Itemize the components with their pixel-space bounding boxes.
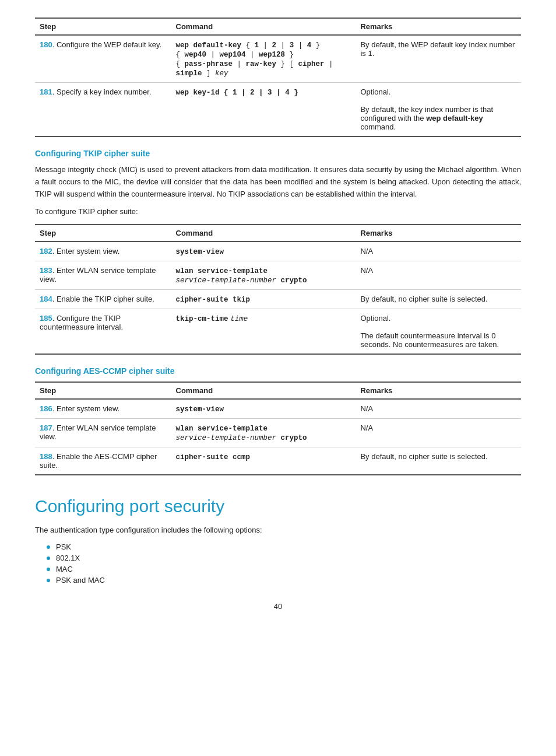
bullet-icon xyxy=(47,556,50,560)
step-cell: 187. Enter WLAN service template view. xyxy=(35,419,171,447)
step-text: . Enter system view. xyxy=(52,404,120,413)
command-cell: wlan service-template service-template-n… xyxy=(171,419,356,447)
wep-col-command: Command xyxy=(171,18,356,35)
command-text-sub: service-template-number crypto xyxy=(176,434,307,442)
bullet-icon xyxy=(47,568,50,571)
step-text: . Configure the TKIP countermeasure inte… xyxy=(40,314,123,331)
remarks-optional: Optional. xyxy=(360,314,390,323)
step-num: 182 xyxy=(40,247,52,256)
bullet-icon xyxy=(47,579,50,582)
command-text: wep default-key xyxy=(176,41,242,50)
command-text-param: time xyxy=(230,315,248,323)
list-item-label: MAC xyxy=(56,565,73,573)
table-row: 184. Enable the TKIP cipher suite. ciphe… xyxy=(35,290,521,309)
tkip-section: Configuring TKIP cipher suite Message in… xyxy=(35,149,521,355)
page-number: 40 xyxy=(35,602,521,611)
command-text: system-view xyxy=(176,248,224,256)
command-cell: wlan service-template service-template-n… xyxy=(171,261,356,290)
step-text: . Configure the WEP default key. xyxy=(52,40,161,49)
tkip-col-command: Command xyxy=(171,225,356,242)
step-text: . Enter system view. xyxy=(52,247,120,256)
wep-col-step: Step xyxy=(35,18,171,35)
table-row: 180. Configure the WEP default key. wep … xyxy=(35,35,521,83)
step-cell: 182. Enter system view. xyxy=(35,242,171,261)
list-item-label: PSK xyxy=(56,542,71,551)
command-cell: wep key-id { 1 | 2 | 3 | 4 } xyxy=(171,83,356,137)
step-num: 184 xyxy=(40,295,52,303)
list-item: MAC xyxy=(47,565,521,573)
command-text-main: wlan service-template xyxy=(176,267,268,275)
command-cell: system-view xyxy=(171,242,356,261)
step-cell: 180. Configure the WEP default key. xyxy=(35,35,171,83)
step-num: 187 xyxy=(40,424,52,432)
table-row: 183. Enter WLAN service template view. w… xyxy=(35,261,521,290)
table-row: 186. Enter system view. system-view N/A xyxy=(35,399,521,419)
tkip-heading: Configuring TKIP cipher suite xyxy=(35,149,521,158)
step-cell: 185. Configure the TKIP countermeasure i… xyxy=(35,309,171,355)
remarks-cell: N/A xyxy=(356,261,521,290)
step-num: 185 xyxy=(40,314,52,323)
tkip-body-text: Message integrity check (MIC) is used to… xyxy=(35,164,521,200)
command-cell: tkip-cm-time time xyxy=(171,309,356,355)
port-security-body: The authentication type configuration in… xyxy=(35,524,521,537)
command-cell: cipher-suite ccmp xyxy=(171,447,356,475)
tkip-col-step: Step xyxy=(35,225,171,242)
table-row: 187. Enter WLAN service template view. w… xyxy=(35,419,521,447)
command-text: system-view xyxy=(176,405,224,414)
remarks-cell: N/A xyxy=(356,242,521,261)
remarks-cell: N/A xyxy=(356,399,521,419)
step-cell: 188. Enable the AES-CCMP cipher suite. xyxy=(35,447,171,475)
remarks-cell: By default, no cipher suite is selected. xyxy=(356,447,521,475)
step-num: 183 xyxy=(40,266,52,275)
step-num: 186 xyxy=(40,404,52,413)
table-row: 185. Configure the TKIP countermeasure i… xyxy=(35,309,521,355)
step-cell: 183. Enter WLAN service template view. xyxy=(35,261,171,290)
command-cell: wep default-key { 1 | 2 | 3 | 4 }{ wep40… xyxy=(171,35,356,83)
step-cell: 186. Enter system view. xyxy=(35,399,171,419)
remarks-cell: Optional. The default countermeasure int… xyxy=(356,309,521,355)
remarks-detail: By default, the key index number is that… xyxy=(360,105,493,131)
command-cell: cipher-suite tkip xyxy=(171,290,356,309)
aes-col-step: Step xyxy=(35,382,171,399)
list-item: PSK xyxy=(47,542,521,551)
wep-table: Step Command Remarks 180. Configure the … xyxy=(35,18,521,137)
command-text: cipher-suite tkip xyxy=(176,296,251,304)
auth-type-list: PSK 802.1X MAC PSK and MAC xyxy=(35,542,521,584)
list-item-label: PSK and MAC xyxy=(56,576,105,584)
step-num: 181 xyxy=(40,88,52,96)
step-cell: 184. Enable the TKIP cipher suite. xyxy=(35,290,171,309)
step-text: . Enter WLAN service template view. xyxy=(40,424,156,441)
step-cell: 181. Specify a key index number. xyxy=(35,83,171,137)
command-text-main: tkip-cm-time xyxy=(176,315,228,323)
command-text-sub: service-template-number crypto xyxy=(176,276,307,285)
tkip-table: Step Command Remarks 182. Enter system v… xyxy=(35,224,521,355)
aes-col-remarks: Remarks xyxy=(356,382,521,399)
command-text-main: wlan service-template xyxy=(176,425,268,433)
remarks-optional: Optional. xyxy=(360,88,390,96)
step-text: . Enter WLAN service template view. xyxy=(40,266,156,284)
command-text: wep key-id { 1 | 2 | 3 | 4 } xyxy=(176,89,298,97)
table-row: 181. Specify a key index number. wep key… xyxy=(35,83,521,137)
port-security-heading: Configuring port security xyxy=(35,496,521,516)
command-text: cipher-suite ccmp xyxy=(176,453,251,461)
list-item-label: 802.1X xyxy=(56,554,80,562)
remarks-detail: The default countermeasure interval is 0… xyxy=(360,331,499,349)
command-cell: system-view xyxy=(171,399,356,419)
remarks-cell: Optional. By default, the key index numb… xyxy=(356,83,521,137)
step-text: . Specify a key index number. xyxy=(52,88,152,96)
remarks-cell: By default, no cipher suite is selected. xyxy=(356,290,521,309)
aes-col-command: Command xyxy=(171,382,356,399)
bullet-icon xyxy=(47,545,50,549)
aes-section: Configuring AES-CCMP cipher suite Step C… xyxy=(35,366,521,475)
step-num: 188 xyxy=(40,452,52,461)
step-num: 180 xyxy=(40,40,52,49)
tkip-precmd: To configure TKIP cipher suite: xyxy=(35,206,521,218)
step-text: . Enable the AES-CCMP cipher suite. xyxy=(40,452,157,470)
step-text: . Enable the TKIP cipher suite. xyxy=(52,295,154,303)
remarks-cell: N/A xyxy=(356,419,521,447)
list-item: 802.1X xyxy=(47,554,521,562)
list-item: PSK and MAC xyxy=(47,576,521,584)
wep-col-remarks: Remarks xyxy=(356,18,521,35)
aes-heading: Configuring AES-CCMP cipher suite xyxy=(35,366,521,376)
aes-table: Step Command Remarks 186. Enter system v… xyxy=(35,382,521,475)
